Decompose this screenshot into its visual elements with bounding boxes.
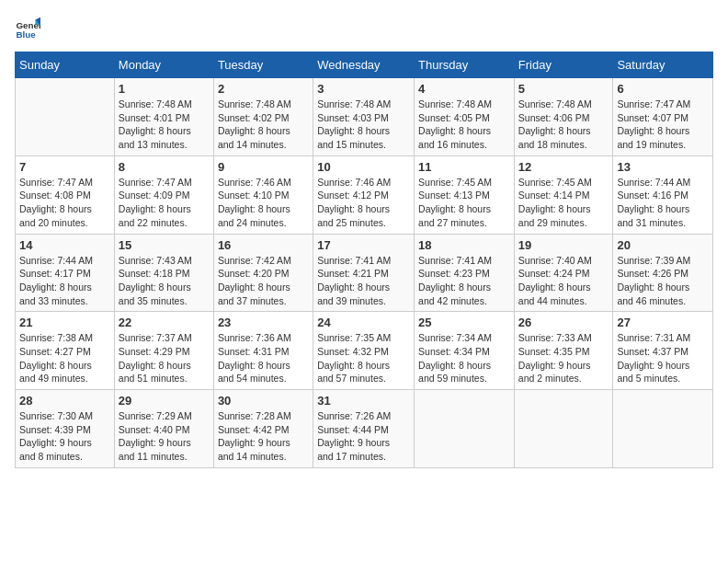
calendar-cell: 26Sunrise: 7:33 AMSunset: 4:35 PMDayligh… <box>514 312 613 390</box>
day-number: 14 <box>19 238 110 252</box>
day-info: Sunrise: 7:48 AMSunset: 4:05 PMDaylight:… <box>418 98 510 152</box>
calendar-table: SundayMondayTuesdayWednesdayThursdayFrid… <box>15 52 713 468</box>
day-info: Sunrise: 7:34 AMSunset: 4:34 PMDaylight:… <box>418 331 510 385</box>
logo-icon: General Blue <box>15 15 40 40</box>
day-info: Sunrise: 7:37 AMSunset: 4:29 PMDaylight:… <box>119 331 210 385</box>
day-number: 7 <box>19 160 110 174</box>
day-info: Sunrise: 7:41 AMSunset: 4:21 PMDaylight:… <box>317 254 410 308</box>
weekday-header-thursday: Thursday <box>415 52 515 78</box>
day-number: 6 <box>617 82 709 96</box>
day-number: 9 <box>218 160 309 174</box>
calendar-cell: 7Sunrise: 7:47 AMSunset: 4:08 PMDaylight… <box>16 155 115 234</box>
calendar-cell: 10Sunrise: 7:46 AMSunset: 4:12 PMDayligh… <box>313 155 415 234</box>
day-info: Sunrise: 7:26 AMSunset: 4:44 PMDaylight:… <box>317 409 410 464</box>
day-info: Sunrise: 7:33 AMSunset: 4:35 PMDaylight:… <box>518 331 609 385</box>
day-number: 19 <box>518 238 609 252</box>
day-number: 17 <box>317 238 410 252</box>
day-info: Sunrise: 7:31 AMSunset: 4:37 PMDaylight:… <box>617 331 709 385</box>
day-number: 1 <box>119 82 210 96</box>
calendar-cell: 5Sunrise: 7:48 AMSunset: 4:06 PMDaylight… <box>514 78 613 156</box>
calendar-cell: 22Sunrise: 7:37 AMSunset: 4:29 PMDayligh… <box>114 312 213 390</box>
day-number: 13 <box>617 160 709 174</box>
calendar-cell: 16Sunrise: 7:42 AMSunset: 4:20 PMDayligh… <box>213 234 313 312</box>
day-number: 26 <box>518 316 609 329</box>
calendar-cell: 4Sunrise: 7:48 AMSunset: 4:05 PMDaylight… <box>415 78 515 156</box>
calendar-cell <box>613 390 713 468</box>
day-info: Sunrise: 7:46 AMSunset: 4:12 PMDaylight:… <box>317 176 410 230</box>
calendar-cell: 13Sunrise: 7:44 AMSunset: 4:16 PMDayligh… <box>613 155 713 234</box>
day-number: 31 <box>317 394 410 408</box>
day-info: Sunrise: 7:47 AMSunset: 4:09 PMDaylight:… <box>119 176 210 230</box>
calendar-cell: 11Sunrise: 7:45 AMSunset: 4:13 PMDayligh… <box>415 155 515 234</box>
page-header: General Blue <box>15 15 713 40</box>
day-number: 2 <box>218 82 309 96</box>
weekday-header-row: SundayMondayTuesdayWednesdayThursdayFrid… <box>16 52 713 78</box>
calendar-cell: 19Sunrise: 7:40 AMSunset: 4:24 PMDayligh… <box>514 234 613 312</box>
day-number: 23 <box>218 316 309 329</box>
calendar-cell: 31Sunrise: 7:26 AMSunset: 4:44 PMDayligh… <box>313 390 415 468</box>
calendar-week-5: 28Sunrise: 7:30 AMSunset: 4:39 PMDayligh… <box>16 390 713 468</box>
calendar-cell: 29Sunrise: 7:29 AMSunset: 4:40 PMDayligh… <box>114 390 213 468</box>
day-info: Sunrise: 7:45 AMSunset: 4:14 PMDaylight:… <box>518 176 609 230</box>
day-info: Sunrise: 7:39 AMSunset: 4:26 PMDaylight:… <box>617 254 709 308</box>
day-info: Sunrise: 7:42 AMSunset: 4:20 PMDaylight:… <box>218 254 309 308</box>
svg-text:Blue: Blue <box>16 29 36 40</box>
day-info: Sunrise: 7:36 AMSunset: 4:31 PMDaylight:… <box>218 331 309 385</box>
day-number: 11 <box>418 160 510 174</box>
day-number: 4 <box>418 82 510 96</box>
day-info: Sunrise: 7:47 AMSunset: 4:08 PMDaylight:… <box>19 176 110 230</box>
day-info: Sunrise: 7:48 AMSunset: 4:06 PMDaylight:… <box>518 98 609 152</box>
day-number: 24 <box>317 316 410 329</box>
day-info: Sunrise: 7:47 AMSunset: 4:07 PMDaylight:… <box>617 98 709 152</box>
day-number: 30 <box>218 394 309 408</box>
day-info: Sunrise: 7:40 AMSunset: 4:24 PMDaylight:… <box>518 254 609 308</box>
calendar-cell: 17Sunrise: 7:41 AMSunset: 4:21 PMDayligh… <box>313 234 415 312</box>
day-number: 29 <box>119 394 210 408</box>
day-info: Sunrise: 7:44 AMSunset: 4:16 PMDaylight:… <box>617 176 709 230</box>
day-number: 10 <box>317 160 410 174</box>
day-info: Sunrise: 7:29 AMSunset: 4:40 PMDaylight:… <box>119 409 210 464</box>
day-number: 18 <box>418 238 510 252</box>
day-number: 25 <box>418 316 510 329</box>
calendar-cell: 2Sunrise: 7:48 AMSunset: 4:02 PMDaylight… <box>213 78 313 156</box>
calendar-cell: 12Sunrise: 7:45 AMSunset: 4:14 PMDayligh… <box>514 155 613 234</box>
calendar-week-3: 14Sunrise: 7:44 AMSunset: 4:17 PMDayligh… <box>16 234 713 312</box>
logo: General Blue <box>15 15 42 40</box>
day-number: 28 <box>19 394 110 408</box>
calendar-cell <box>415 390 515 468</box>
calendar-cell: 28Sunrise: 7:30 AMSunset: 4:39 PMDayligh… <box>16 390 115 468</box>
calendar-week-4: 21Sunrise: 7:38 AMSunset: 4:27 PMDayligh… <box>16 312 713 390</box>
calendar-cell <box>16 78 115 156</box>
day-number: 3 <box>317 82 410 96</box>
calendar-cell: 9Sunrise: 7:46 AMSunset: 4:10 PMDaylight… <box>213 155 313 234</box>
calendar-cell: 24Sunrise: 7:35 AMSunset: 4:32 PMDayligh… <box>313 312 415 390</box>
calendar-week-2: 7Sunrise: 7:47 AMSunset: 4:08 PMDaylight… <box>16 155 713 234</box>
calendar-cell: 23Sunrise: 7:36 AMSunset: 4:31 PMDayligh… <box>213 312 313 390</box>
weekday-header-monday: Monday <box>114 52 213 78</box>
calendar-cell: 21Sunrise: 7:38 AMSunset: 4:27 PMDayligh… <box>16 312 115 390</box>
calendar-cell: 30Sunrise: 7:28 AMSunset: 4:42 PMDayligh… <box>213 390 313 468</box>
calendar-cell: 18Sunrise: 7:41 AMSunset: 4:23 PMDayligh… <box>415 234 515 312</box>
day-number: 20 <box>617 238 709 252</box>
day-number: 22 <box>119 316 210 329</box>
calendar-cell: 25Sunrise: 7:34 AMSunset: 4:34 PMDayligh… <box>415 312 515 390</box>
weekday-header-wednesday: Wednesday <box>313 52 415 78</box>
weekday-header-sunday: Sunday <box>16 52 115 78</box>
day-number: 27 <box>617 316 709 329</box>
calendar-cell: 1Sunrise: 7:48 AMSunset: 4:01 PMDaylight… <box>114 78 213 156</box>
day-number: 16 <box>218 238 309 252</box>
calendar-week-1: 1Sunrise: 7:48 AMSunset: 4:01 PMDaylight… <box>16 78 713 156</box>
day-info: Sunrise: 7:48 AMSunset: 4:01 PMDaylight:… <box>119 98 210 152</box>
calendar-cell: 6Sunrise: 7:47 AMSunset: 4:07 PMDaylight… <box>613 78 713 156</box>
day-info: Sunrise: 7:46 AMSunset: 4:10 PMDaylight:… <box>218 176 309 230</box>
calendar-cell: 27Sunrise: 7:31 AMSunset: 4:37 PMDayligh… <box>613 312 713 390</box>
calendar-cell <box>514 390 613 468</box>
day-info: Sunrise: 7:30 AMSunset: 4:39 PMDaylight:… <box>19 409 110 464</box>
calendar-cell: 20Sunrise: 7:39 AMSunset: 4:26 PMDayligh… <box>613 234 713 312</box>
weekday-header-tuesday: Tuesday <box>213 52 313 78</box>
calendar-cell: 8Sunrise: 7:47 AMSunset: 4:09 PMDaylight… <box>114 155 213 234</box>
day-info: Sunrise: 7:44 AMSunset: 4:17 PMDaylight:… <box>19 254 110 308</box>
day-info: Sunrise: 7:48 AMSunset: 4:03 PMDaylight:… <box>317 98 410 152</box>
day-info: Sunrise: 7:43 AMSunset: 4:18 PMDaylight:… <box>119 254 210 308</box>
weekday-header-saturday: Saturday <box>613 52 713 78</box>
